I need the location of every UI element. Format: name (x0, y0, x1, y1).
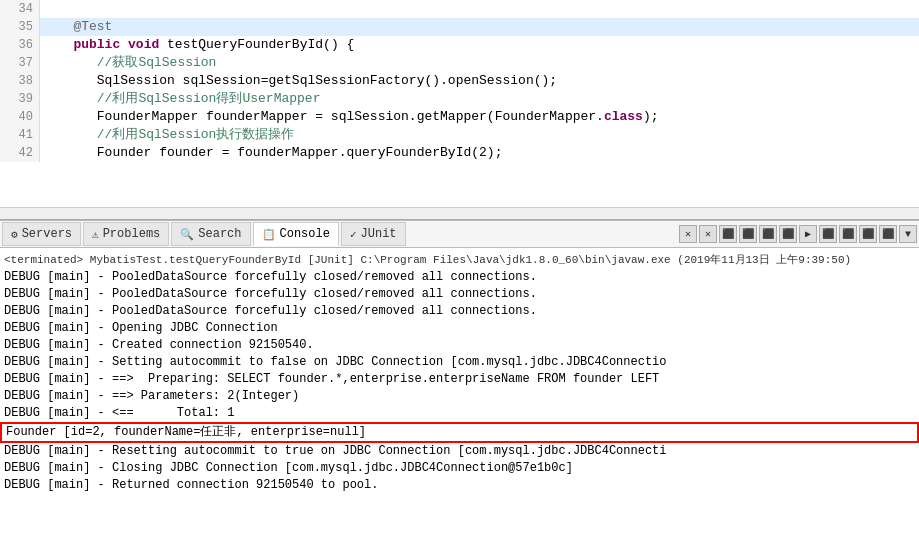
paste-btn[interactable]: ⬛ (739, 225, 757, 243)
console-line: DEBUG [main] - PooledDataSource forceful… (0, 269, 919, 286)
console-line: DEBUG [main] - <== Total: 1 (0, 405, 919, 422)
console-line: DEBUG [main] - Created connection 921505… (0, 337, 919, 354)
console-line: DEBUG [main] - PooledDataSource forceful… (0, 303, 919, 320)
line-number: 34 (0, 0, 40, 18)
minimize-btn[interactable]: ⬛ (839, 225, 857, 243)
tab-console[interactable]: 📋Console (253, 222, 339, 246)
code-line-41: 41 //利用SqlSession执行数据操作 (0, 126, 919, 144)
terminated-line: <terminated> MybatisTest.testQueryFounde… (0, 250, 919, 269)
tab-servers[interactable]: ⚙Servers (2, 222, 81, 246)
line-content: //获取SqlSession (40, 54, 216, 72)
servers-tab-icon: ⚙ (11, 228, 18, 241)
scroll-lock-btn[interactable]: ⬛ (779, 225, 797, 243)
line-content: FounderMapper founderMapper = sqlSession… (40, 108, 659, 126)
view-menu-btn[interactable]: ▼ (899, 225, 917, 243)
tab-junit[interactable]: ✓JUnit (341, 222, 406, 246)
console-line: DEBUG [main] - ==> Preparing: SELECT fou… (0, 371, 919, 388)
console-lines-container: DEBUG [main] - PooledDataSource forceful… (0, 269, 919, 494)
line-content: @Test (40, 18, 112, 36)
tab-bar: ⚙Servers⚠Problems🔍Search📋Console✓JUnit ✕… (0, 220, 919, 248)
console-line: DEBUG [main] - PooledDataSource forceful… (0, 286, 919, 303)
console-tab-icon: 📋 (262, 228, 276, 241)
line-number: 36 (0, 36, 40, 54)
code-line-35: 35 @Test (0, 18, 919, 36)
copy-btn[interactable]: ⬛ (719, 225, 737, 243)
console-line: DEBUG [main] - Returned connection 92150… (0, 477, 919, 494)
junit-tab-icon: ✓ (350, 228, 357, 241)
code-horizontal-scrollbar[interactable] (0, 207, 919, 219)
line-number: 40 (0, 108, 40, 126)
line-number: 35 (0, 18, 40, 36)
line-content (40, 0, 50, 18)
junit-tab-label: JUnit (361, 227, 397, 241)
problems-tab-icon: ⚠ (92, 228, 99, 241)
console-line: DEBUG [main] - Closing JDBC Connection [… (0, 460, 919, 477)
code-editor: 3435 @Test36 public void testQueryFounde… (0, 0, 919, 220)
console-line: DEBUG [main] - Opening JDBC Connection (0, 320, 919, 337)
close-view-btn[interactable]: ⬛ (879, 225, 897, 243)
servers-tab-label: Servers (22, 227, 72, 241)
line-content: //利用SqlSession得到UserMapper (40, 90, 320, 108)
console-tab-label: Console (280, 227, 330, 241)
console-line: Founder [id=2, founderName=任正非, enterpri… (0, 422, 919, 443)
code-line-39: 39 //利用SqlSession得到UserMapper (0, 90, 919, 108)
code-lines: 3435 @Test36 public void testQueryFounde… (0, 0, 919, 162)
code-line-34: 34 (0, 0, 919, 18)
console-line: DEBUG [main] - Resetting autocommit to t… (0, 443, 919, 460)
clear-btn[interactable]: ⬛ (759, 225, 777, 243)
line-content: //利用SqlSession执行数据操作 (40, 126, 294, 144)
line-number: 38 (0, 72, 40, 90)
code-line-38: 38 SqlSession sqlSession=getSqlSessionFa… (0, 72, 919, 90)
problems-tab-label: Problems (103, 227, 161, 241)
console-line: DEBUG [main] - ==> Parameters: 2(Integer… (0, 388, 919, 405)
stop-btn[interactable]: ✕ (679, 225, 697, 243)
line-number: 39 (0, 90, 40, 108)
maximize-btn[interactable]: ⬛ (859, 225, 877, 243)
line-number: 37 (0, 54, 40, 72)
code-line-37: 37 //获取SqlSession (0, 54, 919, 72)
search-tab-label: Search (198, 227, 241, 241)
tabs-container: ⚙Servers⚠Problems🔍Search📋Console✓JUnit (2, 222, 408, 246)
search-tab-icon: 🔍 (180, 228, 194, 241)
run-btn[interactable]: ▶ (799, 225, 817, 243)
tab-search[interactable]: 🔍Search (171, 222, 250, 246)
line-content: public void testQueryFounderById() { (40, 36, 354, 54)
line-number: 42 (0, 144, 40, 162)
line-content: Founder founder = founderMapper.queryFou… (40, 144, 502, 162)
stop-btn2[interactable]: ✕ (699, 225, 717, 243)
tab-problems[interactable]: ⚠Problems (83, 222, 169, 246)
console-area: <terminated> MybatisTest.testQueryFounde… (0, 248, 919, 538)
editor-area: 3435 @Test36 public void testQueryFounde… (0, 0, 919, 538)
code-line-42: 42 Founder founder = founderMapper.query… (0, 144, 919, 162)
code-line-36: 36 public void testQueryFounderById() { (0, 36, 919, 54)
console-line: DEBUG [main] - Setting autocommit to fal… (0, 354, 919, 371)
code-line-40: 40 FounderMapper founderMapper = sqlSess… (0, 108, 919, 126)
debug-btn[interactable]: ⬛ (819, 225, 837, 243)
line-number: 41 (0, 126, 40, 144)
tab-toolbar: ✕ ✕ ⬛ ⬛ ⬛ ⬛ ▶ ⬛ ⬛ ⬛ ⬛ ▼ (679, 225, 917, 243)
line-content: SqlSession sqlSession=getSqlSessionFacto… (40, 72, 557, 90)
